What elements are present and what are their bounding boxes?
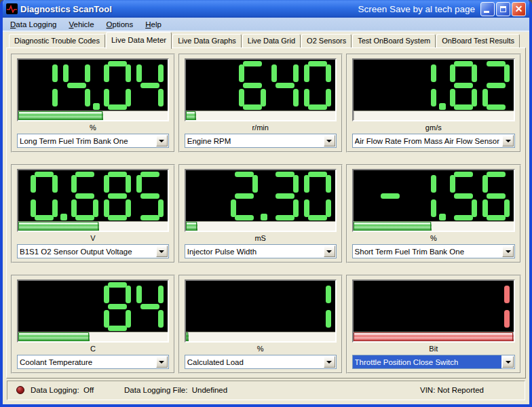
parameter-dropdown[interactable]: Calculated Load	[185, 355, 337, 369]
parameter-name: Coolant Temperature	[20, 358, 92, 366]
meter-panel: VB1S1 O2 Sensor Output Voltage	[11, 164, 175, 263]
parameter-dropdown[interactable]: Coolant Temperature	[17, 355, 169, 369]
meter-progress-bar	[354, 332, 514, 341]
parameter-name: Long Term Fuel Trim Bank One	[20, 137, 128, 145]
parameter-name: Throttle Position Close Switch	[355, 358, 459, 366]
menu-item-options[interactable]: Options	[100, 19, 140, 30]
tab-onboard-test-results[interactable]: OnBoard Test Results	[436, 34, 520, 47]
close-icon: ✕	[515, 4, 523, 14]
meter-unit-label: %	[352, 232, 515, 244]
seven-segment-display	[185, 169, 337, 232]
tab-test-onboard-system[interactable]: Test OnBoard System	[352, 34, 436, 47]
seven-segment-display	[17, 169, 169, 232]
chevron-down-icon[interactable]	[156, 246, 168, 257]
meter-panel: gm/sAir Flow Rate From Mass Air Flow Sen…	[346, 54, 521, 153]
meter-unit-label: mS	[185, 232, 337, 244]
parameter-name: Air Flow Rate From Mass Air Flow Sensor	[355, 137, 499, 145]
chevron-down-icon[interactable]	[502, 246, 514, 257]
menu-item-help[interactable]: Help	[139, 19, 168, 30]
chevron-down-icon[interactable]	[324, 135, 335, 147]
meter-panel: %Calculated Load	[178, 275, 343, 374]
meter-value	[354, 170, 514, 221]
parameter-dropdown[interactable]: Throttle Position Close Switch	[352, 355, 515, 369]
maximize-button[interactable]	[496, 2, 510, 16]
meter-progress-bar	[186, 111, 335, 120]
parameter-dropdown[interactable]: Air Flow Rate From Mass Air Flow Sensor	[352, 134, 515, 148]
tab-live-data-grid[interactable]: Live Data Grid	[242, 34, 301, 47]
parameter-dropdown[interactable]: B1S1 O2 Sensor Output Voltage	[17, 244, 169, 258]
meter-value	[354, 60, 514, 111]
parameter-name: Calculated Load	[187, 358, 244, 366]
meter-value	[186, 170, 335, 221]
chevron-down-icon[interactable]	[156, 135, 168, 147]
meter-progress-bar	[354, 111, 514, 120]
tab-strip: Diagnostic Trouble CodesLive Data MeterL…	[3, 32, 529, 47]
meter-value	[354, 281, 514, 332]
chevron-down-icon[interactable]	[502, 356, 514, 368]
meter-panel: BitThrottle Position Close Switch	[346, 275, 521, 374]
parameter-name: Short Term Fuel Trim Bank One	[355, 248, 464, 256]
vin-status: VIN: Not Reported	[420, 386, 484, 394]
seven-segment-display	[17, 58, 169, 121]
meter-progress-bar	[18, 221, 168, 231]
data-logging-file: Data Logging File: Undefined	[124, 386, 227, 394]
meter-panel: %Short Term Fuel Trim Bank One	[346, 164, 521, 263]
menu-item-vehicle[interactable]: Vehicle	[62, 19, 100, 30]
meter-panel: r/minEngine RPM	[178, 54, 343, 153]
parameter-name: Engine RPM	[187, 137, 231, 145]
tab-o2-sensors[interactable]: O2 Sensors	[301, 34, 352, 47]
meter-panel: CCoolant Temperature	[11, 275, 175, 374]
app-window: Diagnostics ScanTool Screen Save by al t…	[0, 0, 532, 407]
meter-progress-bar	[18, 111, 168, 120]
tab-page-live-data-meter: %Long Term Fuel Trim Bank Oner/minEngine…	[6, 47, 526, 379]
status-bar: Data Logging: Off Data Logging File: Und…	[7, 381, 525, 400]
minimize-icon	[484, 11, 489, 13]
meter-progress-bar	[354, 221, 514, 231]
meter-unit-label: %	[17, 121, 169, 134]
seven-segment-display	[185, 58, 337, 121]
chevron-down-icon[interactable]	[156, 356, 168, 368]
tab-live-data-graphs[interactable]: Live Data Graphs	[172, 34, 242, 47]
chevron-down-icon[interactable]	[502, 135, 514, 147]
meter-unit-label: %	[185, 343, 337, 355]
chevron-down-icon[interactable]	[324, 356, 335, 368]
client-area: Diagnostic Trouble CodesLive Data MeterL…	[3, 32, 529, 403]
data-logging-status: Data Logging: Off	[31, 386, 94, 394]
close-button[interactable]: ✕	[512, 2, 526, 16]
seven-segment-display	[17, 279, 169, 343]
parameter-dropdown[interactable]: Short Term Fuel Trim Bank One	[352, 244, 515, 258]
meter-value	[18, 281, 168, 332]
app-icon	[6, 3, 18, 14]
minimize-button[interactable]	[480, 2, 495, 16]
meter-value	[186, 281, 335, 332]
parameter-name: Injector Pulse Width	[187, 248, 256, 256]
parameter-name: B1S1 O2 Sensor Output Voltage	[20, 248, 132, 256]
meter-value	[18, 60, 168, 111]
meter-progress-bar	[18, 332, 168, 341]
chevron-down-icon[interactable]	[324, 246, 335, 257]
meter-value	[18, 170, 168, 221]
meter-progress-bar	[186, 332, 335, 341]
parameter-dropdown[interactable]: Engine RPM	[185, 134, 337, 148]
meter-grid: %Long Term Fuel Trim Bank Oner/minEngine…	[11, 54, 521, 374]
tab-live-data-meter[interactable]: Live Data Meter	[106, 32, 172, 49]
seven-segment-display	[352, 279, 515, 343]
meter-panel: mSInjector Pulse Width	[178, 164, 343, 263]
menu-item-data-logging[interactable]: Data Logging	[4, 19, 62, 30]
meter-unit-label: gm/s	[352, 121, 515, 134]
titlebar-note: Screen Save by al tech page	[358, 4, 475, 14]
parameter-dropdown[interactable]: Injector Pulse Width	[185, 244, 337, 258]
title-bar: Diagnostics ScanTool Screen Save by al t…	[3, 0, 529, 18]
meter-unit-label: V	[17, 232, 169, 244]
data-logging-led-icon	[16, 386, 24, 394]
window-title: Diagnostics ScanTool	[20, 4, 112, 14]
seven-segment-display	[352, 58, 515, 121]
seven-segment-display	[352, 169, 515, 232]
meter-unit-label: Bit	[352, 343, 515, 355]
menu-bar: Data LoggingVehicleOptionsHelp	[3, 18, 529, 32]
maximize-icon	[500, 6, 506, 12]
meter-unit-label: r/min	[185, 121, 337, 134]
parameter-dropdown[interactable]: Long Term Fuel Trim Bank One	[17, 134, 169, 148]
tab-diagnostic-trouble-codes[interactable]: Diagnostic Trouble Codes	[9, 34, 105, 47]
meter-progress-bar	[186, 221, 335, 231]
